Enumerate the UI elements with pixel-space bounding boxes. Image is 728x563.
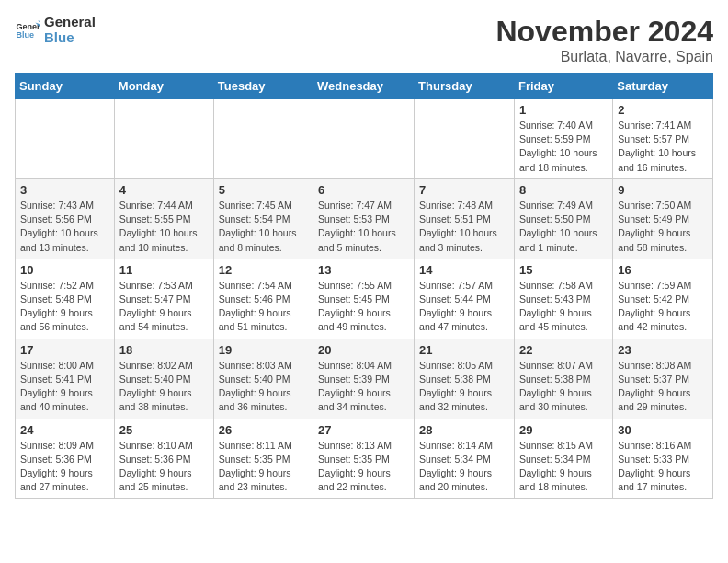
month-title: November 2024 — [495, 15, 713, 49]
week-row-1: 1Sunrise: 7:40 AM Sunset: 5:59 PM Daylig… — [16, 99, 713, 179]
calendar-cell: 2Sunrise: 7:41 AM Sunset: 5:57 PM Daylig… — [613, 99, 713, 179]
calendar-cell: 1Sunrise: 7:40 AM Sunset: 5:59 PM Daylig… — [514, 99, 612, 179]
calendar-cell: 10Sunrise: 7:52 AM Sunset: 5:48 PM Dayli… — [16, 259, 115, 339]
calendar-cell: 21Sunrise: 8:05 AM Sunset: 5:38 PM Dayli… — [415, 339, 515, 419]
day-number: 18 — [119, 343, 209, 357]
day-number: 24 — [20, 423, 109, 437]
day-info: Sunrise: 8:05 AM Sunset: 5:38 PM Dayligh… — [419, 359, 509, 415]
day-number: 19 — [219, 343, 308, 357]
day-number: 11 — [119, 263, 209, 277]
day-info: Sunrise: 7:52 AM Sunset: 5:48 PM Dayligh… — [20, 279, 109, 335]
day-number: 28 — [419, 423, 509, 437]
day-number: 6 — [318, 183, 409, 197]
svg-text:General: General — [16, 21, 40, 30]
day-info: Sunrise: 7:45 AM Sunset: 5:54 PM Dayligh… — [219, 199, 308, 255]
day-info: Sunrise: 7:59 AM Sunset: 5:42 PM Dayligh… — [618, 279, 708, 335]
day-info: Sunrise: 7:40 AM Sunset: 5:59 PM Dayligh… — [519, 119, 608, 175]
day-info: Sunrise: 8:02 AM Sunset: 5:40 PM Dayligh… — [119, 359, 209, 415]
calendar-cell: 9Sunrise: 7:50 AM Sunset: 5:49 PM Daylig… — [613, 178, 713, 259]
calendar-cell: 20Sunrise: 8:04 AM Sunset: 5:39 PM Dayli… — [313, 339, 415, 419]
day-number: 10 — [20, 263, 109, 277]
calendar-body: 1Sunrise: 7:40 AM Sunset: 5:59 PM Daylig… — [16, 99, 713, 499]
day-info: Sunrise: 7:48 AM Sunset: 5:51 PM Dayligh… — [419, 199, 509, 255]
calendar-cell: 17Sunrise: 8:00 AM Sunset: 5:41 PM Dayli… — [16, 339, 115, 419]
day-number: 26 — [219, 423, 308, 437]
day-info: Sunrise: 8:07 AM Sunset: 5:38 PM Dayligh… — [519, 359, 608, 415]
day-info: Sunrise: 8:14 AM Sunset: 5:34 PM Dayligh… — [419, 439, 509, 495]
logo: General Blue General Blue — [15, 15, 96, 45]
day-number: 14 — [419, 263, 509, 277]
calendar-cell: 8Sunrise: 7:49 AM Sunset: 5:50 PM Daylig… — [514, 178, 612, 259]
day-header-friday: Friday — [514, 74, 612, 99]
day-info: Sunrise: 7:44 AM Sunset: 5:55 PM Dayligh… — [119, 199, 209, 255]
calendar-cell: 11Sunrise: 7:53 AM Sunset: 5:47 PM Dayli… — [114, 259, 213, 339]
day-number: 13 — [318, 263, 409, 277]
day-number: 23 — [618, 343, 708, 357]
day-info: Sunrise: 7:57 AM Sunset: 5:44 PM Dayligh… — [419, 279, 509, 335]
day-number: 7 — [419, 183, 509, 197]
location-subtitle: Burlata, Navarre, Spain — [495, 49, 713, 65]
day-number: 2 — [618, 103, 708, 117]
calendar-cell: 19Sunrise: 8:03 AM Sunset: 5:40 PM Dayli… — [213, 339, 313, 419]
calendar-table: SundayMondayTuesdayWednesdayThursdayFrid… — [15, 73, 713, 499]
day-info: Sunrise: 8:08 AM Sunset: 5:37 PM Dayligh… — [618, 359, 708, 415]
calendar-cell: 15Sunrise: 7:58 AM Sunset: 5:43 PM Dayli… — [514, 259, 612, 339]
calendar-cell: 7Sunrise: 7:48 AM Sunset: 5:51 PM Daylig… — [415, 178, 515, 259]
calendar-cell: 12Sunrise: 7:54 AM Sunset: 5:46 PM Dayli… — [213, 259, 313, 339]
day-info: Sunrise: 8:00 AM Sunset: 5:41 PM Dayligh… — [20, 359, 109, 415]
day-header-monday: Monday — [114, 74, 213, 99]
day-number: 20 — [318, 343, 409, 357]
day-header-thursday: Thursday — [415, 74, 515, 99]
calendar-cell: 4Sunrise: 7:44 AM Sunset: 5:55 PM Daylig… — [114, 178, 213, 259]
calendar-cell — [114, 99, 213, 179]
day-info: Sunrise: 8:13 AM Sunset: 5:35 PM Dayligh… — [318, 439, 409, 495]
day-info: Sunrise: 7:50 AM Sunset: 5:49 PM Dayligh… — [618, 199, 708, 255]
logo-line2: Blue — [44, 30, 96, 46]
calendar-cell: 27Sunrise: 8:13 AM Sunset: 5:35 PM Dayli… — [313, 419, 415, 499]
calendar-cell: 23Sunrise: 8:08 AM Sunset: 5:37 PM Dayli… — [613, 339, 713, 419]
day-number: 29 — [519, 423, 608, 437]
calendar-cell — [213, 99, 313, 179]
day-number: 16 — [618, 263, 708, 277]
day-info: Sunrise: 8:03 AM Sunset: 5:40 PM Dayligh… — [219, 359, 308, 415]
day-info: Sunrise: 7:49 AM Sunset: 5:50 PM Dayligh… — [519, 199, 608, 255]
calendar-cell: 18Sunrise: 8:02 AM Sunset: 5:40 PM Dayli… — [114, 339, 213, 419]
day-info: Sunrise: 7:53 AM Sunset: 5:47 PM Dayligh… — [119, 279, 209, 335]
day-number: 5 — [219, 183, 308, 197]
week-row-4: 17Sunrise: 8:00 AM Sunset: 5:41 PM Dayli… — [16, 339, 713, 419]
calendar-cell: 28Sunrise: 8:14 AM Sunset: 5:34 PM Dayli… — [415, 419, 515, 499]
day-number: 12 — [219, 263, 308, 277]
title-block: November 2024 Burlata, Navarre, Spain — [495, 15, 713, 65]
day-info: Sunrise: 8:09 AM Sunset: 5:36 PM Dayligh… — [20, 439, 109, 495]
calendar-cell: 16Sunrise: 7:59 AM Sunset: 5:42 PM Dayli… — [613, 259, 713, 339]
day-info: Sunrise: 7:43 AM Sunset: 5:56 PM Dayligh… — [20, 199, 109, 255]
calendar-cell — [16, 99, 115, 179]
day-number: 22 — [519, 343, 608, 357]
day-header-sunday: Sunday — [16, 74, 115, 99]
day-info: Sunrise: 7:47 AM Sunset: 5:53 PM Dayligh… — [318, 199, 409, 255]
day-header-wednesday: Wednesday — [313, 74, 415, 99]
week-row-2: 3Sunrise: 7:43 AM Sunset: 5:56 PM Daylig… — [16, 178, 713, 259]
calendar-cell: 13Sunrise: 7:55 AM Sunset: 5:45 PM Dayli… — [313, 259, 415, 339]
calendar-cell: 30Sunrise: 8:16 AM Sunset: 5:33 PM Dayli… — [613, 419, 713, 499]
week-row-3: 10Sunrise: 7:52 AM Sunset: 5:48 PM Dayli… — [16, 259, 713, 339]
day-info: Sunrise: 7:41 AM Sunset: 5:57 PM Dayligh… — [618, 119, 708, 175]
logo-line1: General — [44, 15, 96, 30]
day-number: 30 — [618, 423, 708, 437]
calendar-cell: 26Sunrise: 8:11 AM Sunset: 5:35 PM Dayli… — [213, 419, 313, 499]
calendar-cell: 22Sunrise: 8:07 AM Sunset: 5:38 PM Dayli… — [514, 339, 612, 419]
day-number: 3 — [20, 183, 109, 197]
svg-text:Blue: Blue — [16, 30, 34, 40]
day-number: 21 — [419, 343, 509, 357]
calendar-cell: 29Sunrise: 8:15 AM Sunset: 5:34 PM Dayli… — [514, 419, 612, 499]
calendar-cell — [313, 99, 415, 179]
calendar-cell: 24Sunrise: 8:09 AM Sunset: 5:36 PM Dayli… — [16, 419, 115, 499]
day-number: 9 — [618, 183, 708, 197]
day-info: Sunrise: 8:04 AM Sunset: 5:39 PM Dayligh… — [318, 359, 409, 415]
calendar-cell: 5Sunrise: 7:45 AM Sunset: 5:54 PM Daylig… — [213, 178, 313, 259]
day-header-tuesday: Tuesday — [213, 74, 313, 99]
day-number: 27 — [318, 423, 409, 437]
day-info: Sunrise: 8:10 AM Sunset: 5:36 PM Dayligh… — [119, 439, 209, 495]
day-info: Sunrise: 7:58 AM Sunset: 5:43 PM Dayligh… — [519, 279, 608, 335]
day-header-saturday: Saturday — [613, 74, 713, 99]
